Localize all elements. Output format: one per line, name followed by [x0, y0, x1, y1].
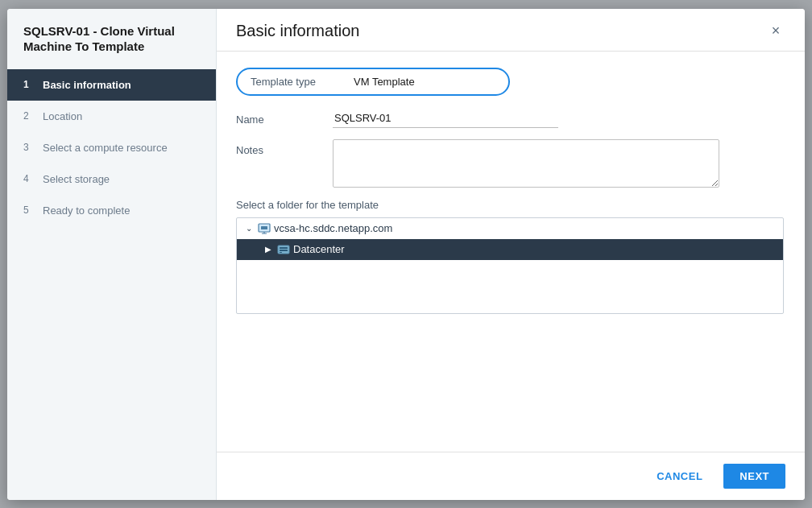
notes-row: Notes — [236, 139, 785, 188]
notes-textarea[interactable] — [333, 139, 719, 188]
sidebar-steps: 1Basic information2Location3Select a com… — [7, 69, 216, 226]
step-label-5: Ready to complete — [43, 204, 130, 217]
vcenter-icon — [258, 222, 271, 235]
svg-rect-1 — [261, 226, 267, 229]
datacenter-toggle[interactable]: ▶ — [263, 244, 274, 255]
dialog-overlay: SQLSRV-01 - Clone Virtual Machine To Tem… — [0, 0, 812, 508]
folder-section-label: Select a folder for the template — [236, 199, 785, 211]
name-label: Name — [236, 109, 333, 126]
datacenter-label: Datacenter — [293, 243, 345, 255]
main-content: Basic information × Template type VM Tem… — [217, 9, 805, 500]
step-num-3: 3 — [23, 142, 35, 153]
main-header: Basic information × — [217, 9, 805, 52]
sidebar-title: SQLSRV-01 - Clone Virtual Machine To Tem… — [7, 9, 216, 69]
next-button[interactable]: NEXT — [723, 464, 785, 489]
template-type-row: Template type VM Template — [236, 68, 510, 96]
step-label-3: Select a compute resource — [43, 142, 168, 154]
wizard-footer: CANCEL NEXT — [217, 452, 805, 500]
step-num-4: 4 — [23, 173, 35, 184]
svg-rect-5 — [280, 247, 288, 249]
step-num-2: 2 — [23, 110, 35, 122]
template-type-value: VM Template — [354, 76, 415, 88]
sidebar-step-5[interactable]: 5Ready to complete — [7, 195, 216, 226]
step-label-1: Basic information — [43, 79, 131, 91]
form-area: Template type VM Template Name Notes Sel… — [217, 52, 805, 452]
step-label-4: Select storage — [43, 173, 110, 185]
tree-item-datacenter[interactable]: ▶ Datacenter — [237, 239, 783, 260]
page-title: Basic information — [236, 22, 359, 40]
step-num-5: 5 — [23, 204, 35, 216]
vcenter-label: vcsa-hc.sddc.netapp.com — [274, 222, 392, 234]
name-row: Name — [236, 109, 785, 128]
svg-rect-7 — [280, 252, 282, 253]
folder-tree[interactable]: ⌄ vcsa-hc.sddc.netapp.com — [236, 217, 784, 314]
close-button[interactable]: × — [766, 22, 785, 41]
wizard-container: SQLSRV-01 - Clone Virtual Machine To Tem… — [7, 9, 805, 500]
step-num-1: 1 — [23, 79, 35, 90]
vcenter-toggle[interactable]: ⌄ — [243, 223, 255, 234]
wizard-sidebar: SQLSRV-01 - Clone Virtual Machine To Tem… — [7, 9, 217, 500]
template-type-label: Template type — [251, 76, 347, 88]
svg-rect-6 — [280, 250, 288, 251]
notes-label: Notes — [236, 139, 333, 156]
tree-item-vcenter[interactable]: ⌄ vcsa-hc.sddc.netapp.com — [237, 218, 783, 239]
datacenter-icon — [277, 243, 290, 256]
sidebar-step-1[interactable]: 1Basic information — [7, 69, 216, 101]
cancel-button[interactable]: CANCEL — [644, 464, 715, 489]
sidebar-step-3[interactable]: 3Select a compute resource — [7, 132, 216, 163]
sidebar-step-2[interactable]: 2Location — [7, 101, 216, 132]
step-label-2: Location — [43, 110, 82, 122]
sidebar-step-4[interactable]: 4Select storage — [7, 163, 216, 195]
name-input[interactable] — [333, 109, 558, 128]
